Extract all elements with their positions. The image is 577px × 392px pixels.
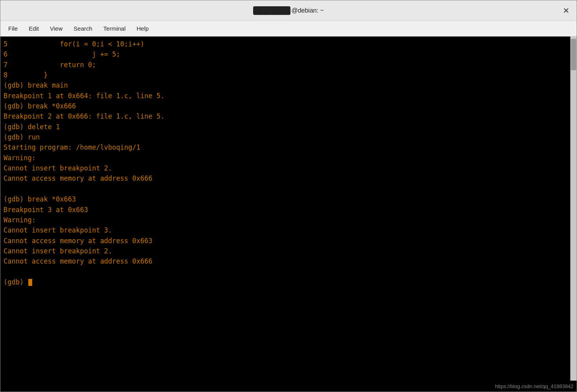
menu-edit[interactable]: Edit [24, 24, 44, 33]
title-bar: ███████@debian: ~ ✕ [0, 0, 577, 21]
terminal-content[interactable]: 5 for(i = 0;i < 10;i++) 6 j += 5; 7 retu… [0, 37, 570, 381]
menu-help[interactable]: Help [132, 24, 154, 33]
menu-view[interactable]: View [45, 24, 67, 33]
terminal-area[interactable]: 5 for(i = 0;i < 10;i++) 6 j += 5; 7 retu… [0, 37, 577, 381]
menu-search[interactable]: Search [69, 24, 97, 33]
terminal-output: 5 for(i = 0;i < 10;i++) 6 j += 5; 7 retu… [4, 39, 567, 287]
username-redacted: ███████ [253, 6, 290, 15]
scrollbar[interactable] [570, 37, 577, 381]
scrollbar-thumb[interactable] [571, 39, 576, 70]
menu-terminal[interactable]: Terminal [99, 24, 130, 33]
menu-bar: File Edit View Search Terminal Help [0, 21, 577, 37]
terminal-cursor [28, 279, 32, 286]
menu-file[interactable]: File [4, 24, 22, 33]
terminal-window: ███████@debian: ~ ✕ File Edit View Searc… [0, 0, 577, 392]
status-bar: https://blog.csdn.net/qq_41983842 [0, 381, 577, 392]
title-text: @debian: ~ [291, 7, 324, 14]
status-url: https://blog.csdn.net/qq_41983842 [495, 383, 574, 389]
window-title: ███████@debian: ~ [253, 6, 324, 15]
close-button[interactable]: ✕ [563, 7, 570, 15]
